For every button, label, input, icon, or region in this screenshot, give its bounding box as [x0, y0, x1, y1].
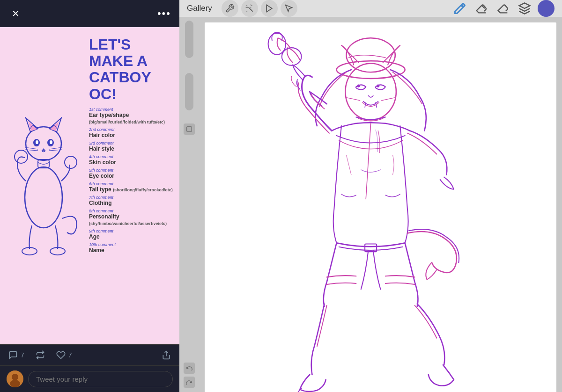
catboy-poster: LET'S MAKE A CATBOY OC! 1st comment Ear … [0, 27, 179, 344]
comment-row-7: 7th comment Clothing [89, 195, 175, 206]
brush-size-slider[interactable] [185, 21, 193, 58]
magic-wand-tool-button[interactable] [241, 0, 258, 17]
like-action[interactable]: 7 [56, 350, 72, 360]
user-avatar[interactable] [538, 0, 555, 17]
user-avatar-small [7, 370, 23, 387]
left-tool-group [222, 0, 297, 17]
wrench-tool-button[interactable] [222, 0, 238, 17]
side-toolbar [179, 17, 199, 392]
smudge-tool-button[interactable] [473, 0, 490, 17]
reply-area [0, 365, 179, 392]
svg-point-34 [377, 84, 379, 87]
comment-row-10: 10th comment Name [89, 242, 175, 254]
tweet-image-area: LET'S MAKE A CATBOY OC! 1st comment Ear … [0, 27, 179, 344]
layers-button[interactable] [516, 0, 533, 17]
eraser-tool-button[interactable] [495, 0, 511, 17]
svg-point-26 [12, 374, 18, 380]
transform-tool-button[interactable] [261, 0, 278, 17]
gallery-button[interactable]: Gallery [187, 4, 212, 13]
twitter-panel: ✕ ••• [0, 0, 179, 392]
svg-point-16 [65, 156, 77, 168]
comment-row-6: 6th comment Tail type (short/long/fluffy… [89, 181, 175, 193]
poster-text: LET'S MAKE A CATBOY OC! 1st comment Ear … [87, 27, 179, 344]
svg-point-7 [36, 140, 38, 144]
svg-marker-28 [519, 3, 530, 8]
svg-point-8 [50, 140, 52, 144]
select-tool-button[interactable] [281, 0, 297, 17]
canvas-wrapper [199, 17, 562, 392]
color-picker-button[interactable] [184, 123, 195, 135]
procreate-toolbar: Gallery [179, 0, 562, 17]
share-action[interactable] [162, 350, 171, 360]
comment-row-9: 9th comment Age [89, 229, 175, 240]
comment-row-1: 1st comment Ear type/shape (big/small/cu… [89, 107, 175, 125]
undo-redo-group [184, 363, 195, 392]
poster-title: LET'S MAKE A CATBOY OC! [89, 36, 175, 102]
right-tool-group [451, 0, 555, 17]
comment-row-2: 2nd comment Hair color [89, 127, 175, 138]
redo-button[interactable] [184, 377, 195, 388]
tweet-actions: 7 7 [0, 344, 179, 365]
svg-point-33 [357, 84, 360, 87]
undo-button[interactable] [184, 363, 195, 374]
svg-marker-9 [42, 148, 45, 151]
brush-tool-button[interactable] [451, 0, 468, 17]
comment-row-8: 8th comment Personality (shy/himbo/vain/… [89, 209, 175, 226]
comment-row-3: 3rd comment Hair style [89, 141, 175, 152]
canvas-area [179, 17, 562, 392]
reply-input[interactable] [28, 371, 173, 387]
more-button[interactable]: ••• [157, 7, 171, 20]
like-count: 7 [68, 351, 72, 359]
svg-point-14 [25, 167, 62, 228]
procreate-panel: Gallery [179, 0, 562, 392]
cat-illustration [0, 27, 87, 344]
reply-action[interactable]: 7 [8, 350, 24, 360]
svg-rect-29 [187, 127, 192, 132]
close-button[interactable]: ✕ [8, 7, 22, 21]
drawing-canvas[interactable] [205, 22, 556, 392]
reply-count: 7 [21, 351, 24, 359]
comment-row-5: 5th comment Eye color [89, 168, 175, 179]
tweet-header: ✕ ••• [0, 0, 179, 27]
svg-point-27 [10, 380, 20, 387]
comment-row-4: 4th comment Skin color [89, 154, 175, 166]
retweet-action[interactable] [36, 350, 45, 360]
opacity-slider[interactable] [185, 73, 193, 110]
